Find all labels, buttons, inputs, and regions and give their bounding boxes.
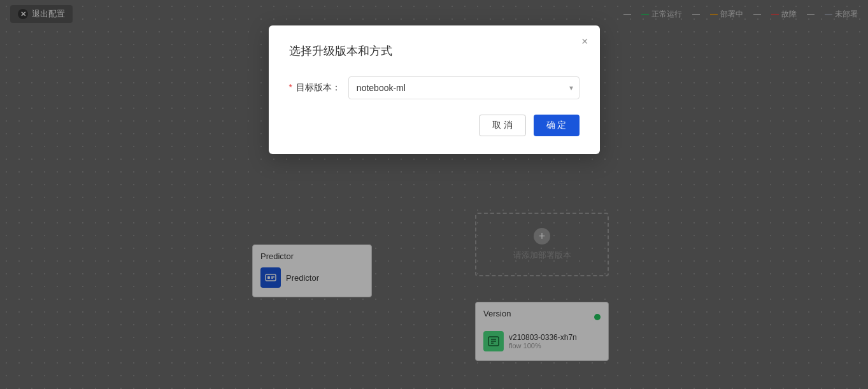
confirm-button[interactable]: 确 定 xyxy=(534,115,580,136)
upgrade-modal: × 选择升级版本和方式 * 目标版本： notebook-ml v210803-… xyxy=(269,25,600,154)
form-label-text: 目标版本： xyxy=(296,82,341,92)
form-row-target-version: * 目标版本： notebook-ml v210803-0336-xh7n ▾ xyxy=(289,76,580,99)
modal-title: 选择升级版本和方式 xyxy=(289,43,580,59)
modal-footer: 取 消 确 定 xyxy=(289,115,580,136)
form-label-target: * 目标版本： xyxy=(289,82,341,94)
required-mark: * xyxy=(289,82,292,92)
select-wrapper: notebook-ml v210803-0336-xh7n ▾ xyxy=(348,76,580,99)
cancel-button[interactable]: 取 消 xyxy=(479,115,526,136)
modal-overlay: × 选择升级版本和方式 * 目标版本： notebook-ml v210803-… xyxy=(0,0,868,389)
modal-close-button[interactable]: × xyxy=(581,36,588,47)
target-version-select[interactable]: notebook-ml v210803-0336-xh7n xyxy=(348,76,580,99)
